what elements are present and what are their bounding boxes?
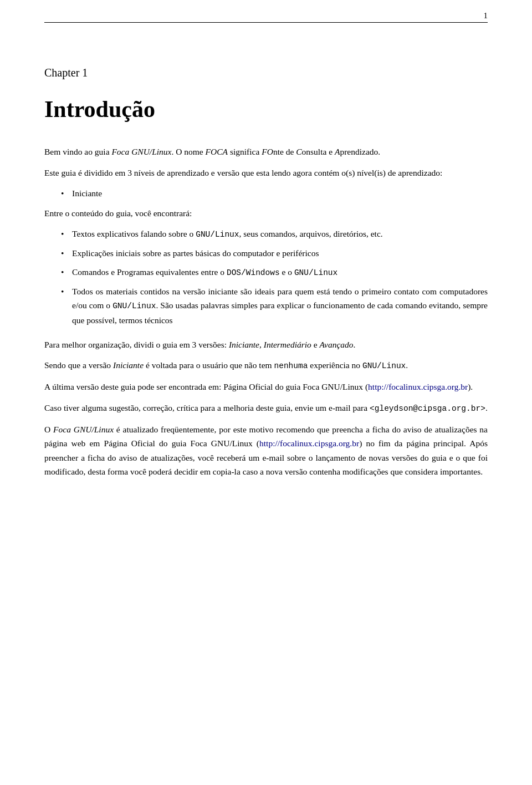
paragraph-sugestao: Caso tiver alguma sugestão, correção, cr… <box>44 401 488 416</box>
list-item-explicacoes: Explicações iniciais sobre as partes bás… <box>61 246 488 261</box>
paragraph-entre: Entre o conteúdo do guia, você encontrar… <box>44 206 488 221</box>
paragraph-foca-atualizado: O Foca GNU/Linux é atualizado freqüentem… <box>44 422 488 479</box>
list-item-comandos: Comandos e Programas equivalentes entre … <box>61 265 488 280</box>
page-number: 1 <box>484 11 488 21</box>
top-rule <box>44 22 488 23</box>
chapter-title: Introdução <box>44 96 488 123</box>
link-focalinux-1[interactable]: http://focalinux.cipsga.org.br <box>368 382 468 391</box>
list-item-todos: Todos os materiais contidos na versão in… <box>61 284 488 328</box>
chapter-label: Chapter 1 <box>44 67 488 79</box>
nivel-list: Iniciante <box>61 186 488 201</box>
paragraph-iniciante: Sendo que a versão Iniciante é voltada p… <box>44 358 488 373</box>
paragraph-2: Este guia é dividido em 3 níveis de apre… <box>44 166 488 180</box>
list-item-iniciante: Iniciante <box>61 186 488 201</box>
link-focalinux-2[interactable]: http://focalinux.cipsga.org.br <box>259 439 359 448</box>
paragraph-ultima-versao: A última versão deste guia pode ser enco… <box>44 380 488 394</box>
content-list: Textos explicativos falando sobre o GNU/… <box>61 227 488 327</box>
paragraph-organizacao: Para melhor organização, dividi o guia e… <box>44 338 488 352</box>
list-item-textos: Textos explicativos falando sobre o GNU/… <box>61 227 488 242</box>
paragraph-intro: Bem vindo ao guia Foca GNU/Linux. O nome… <box>44 145 488 159</box>
page: 1 Chapter 1 Introdução Bem vindo ao guia… <box>0 0 532 785</box>
